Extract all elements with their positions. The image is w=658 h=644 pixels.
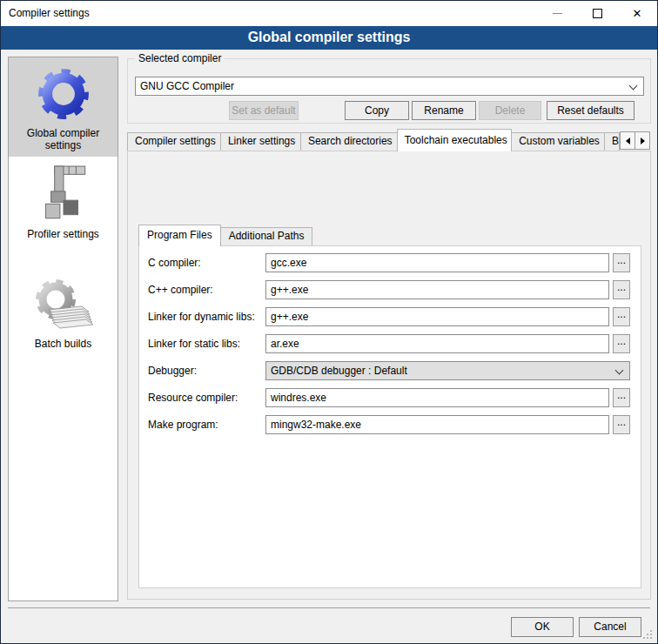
tab-toolchain-executables[interactable]: Toolchain executables bbox=[397, 129, 512, 151]
window-controls: ✕ bbox=[537, 1, 657, 26]
c-compiler-browse-button[interactable]: ... bbox=[613, 253, 630, 272]
window-title: Compiler settings bbox=[9, 1, 90, 26]
program-files-page: C compiler:gcc.exe...C++ compiler:g++.ex… bbox=[138, 245, 641, 588]
close-button[interactable]: ✕ bbox=[617, 1, 657, 26]
sidebar-item-global-compiler-settings[interactable]: Global compiler settings bbox=[9, 57, 118, 157]
linker-for-static-libs-value: ar.exe bbox=[271, 338, 299, 350]
resource-compiler-browse-button[interactable]: ... bbox=[613, 388, 630, 407]
sidebar-item-batch-builds[interactable]: Batch builds bbox=[9, 268, 118, 355]
gear-icon bbox=[12, 64, 114, 124]
close-icon: ✕ bbox=[633, 8, 642, 19]
c-compiler-browse-button[interactable]: ... bbox=[613, 280, 630, 299]
compiler-settings-dialog: Compiler settings ✕ Global compiler sett… bbox=[0, 0, 658, 644]
linker-for-dynamic-libs-value: g++.exe bbox=[271, 311, 308, 323]
tab-search-directories[interactable]: Search directories bbox=[300, 132, 398, 151]
field-label-c-compiler: C++ compiler: bbox=[148, 280, 213, 299]
make-program-value: mingw32-make.exe bbox=[271, 419, 361, 431]
arrow-left-icon bbox=[626, 138, 630, 144]
maximize-button[interactable] bbox=[577, 1, 617, 26]
maximize-icon bbox=[593, 9, 602, 18]
compiler-select-value: GNU GCC Compiler bbox=[140, 80, 234, 92]
resource-compiler-value: windres.exe bbox=[271, 392, 326, 404]
sidebar-item-profiler-settings[interactable]: Profiler settings bbox=[9, 158, 118, 245]
linker-for-static-libs-input[interactable]: ar.exe bbox=[265, 334, 609, 353]
c-compiler-input[interactable]: gcc.exe bbox=[265, 253, 609, 272]
copy-button[interactable]: Copy bbox=[345, 101, 409, 120]
c-compiler-value: gcc.exe bbox=[271, 257, 306, 269]
page-title: Global compiler settings bbox=[1, 26, 657, 50]
c-compiler-input[interactable]: g++.exe bbox=[265, 280, 609, 299]
reset-defaults-button[interactable]: Reset defaults bbox=[547, 101, 634, 120]
compiler-select[interactable]: GNU GCC Compiler bbox=[135, 77, 644, 96]
sidebar: Global compiler settingsProfiler setting… bbox=[8, 57, 118, 601]
set-as-default-button: Set as default bbox=[229, 101, 299, 120]
chevron-down-icon bbox=[615, 366, 624, 375]
sidebar-item-label: Batch builds bbox=[12, 338, 114, 350]
ok-button[interactable]: OK bbox=[511, 617, 574, 637]
sub-tab-strip: Program FilesAdditional Paths bbox=[138, 225, 312, 246]
field-label-make-program: Make program: bbox=[148, 415, 218, 434]
main-tab-strip: Compiler settingsLinker settingsSearch d… bbox=[127, 129, 620, 151]
field-label-resource-compiler: Resource compiler: bbox=[148, 388, 238, 407]
field-label-linker-for-static-libs: Linker for static libs: bbox=[148, 334, 240, 353]
sidebar-item-label: Profiler settings bbox=[12, 228, 114, 240]
minimize-button[interactable] bbox=[537, 1, 577, 26]
selected-compiler-group-label: Selected compiler bbox=[135, 52, 225, 64]
resource-compiler-input[interactable]: windres.exe bbox=[265, 388, 609, 407]
linker-for-static-libs-browse-button[interactable]: ... bbox=[613, 334, 630, 353]
rename-button[interactable]: Rename bbox=[412, 101, 476, 120]
make-program-input[interactable]: mingw32-make.exe bbox=[265, 415, 609, 434]
footer-divider bbox=[8, 607, 650, 608]
debugger-select[interactable]: GDB/CDB debugger : Default bbox=[265, 361, 630, 380]
titlebar[interactable]: Compiler settings ✕ bbox=[1, 1, 657, 26]
field-label-c-compiler: C compiler: bbox=[148, 253, 201, 272]
cancel-button[interactable]: Cancel bbox=[579, 617, 641, 637]
resize-grip[interactable] bbox=[643, 637, 645, 639]
make-program-browse-button[interactable]: ... bbox=[613, 415, 630, 434]
linker-for-dynamic-libs-input[interactable]: g++.exe bbox=[265, 307, 609, 326]
tab-build-options[interactable]: Build options bbox=[604, 132, 620, 151]
field-label-linker-for-dynamic-libs: Linker for dynamic libs: bbox=[148, 307, 255, 326]
stacked-gear-icon bbox=[12, 275, 114, 334]
subtab-additional-paths[interactable]: Additional Paths bbox=[220, 227, 313, 245]
caliper-icon bbox=[12, 165, 114, 225]
sidebar-item-label: Global compiler settings bbox=[12, 127, 114, 151]
tab-scroll-right-button[interactable] bbox=[634, 131, 650, 150]
minimize-icon bbox=[553, 13, 562, 14]
tab-scroll-arrows bbox=[620, 131, 650, 150]
tab-scroll-left-button[interactable] bbox=[620, 131, 635, 150]
subtab-program-files[interactable]: Program Files bbox=[138, 225, 221, 246]
field-label-debugger: Debugger: bbox=[148, 361, 197, 380]
c-compiler-value: g++.exe bbox=[271, 284, 308, 296]
linker-for-dynamic-libs-browse-button[interactable]: ... bbox=[613, 307, 630, 326]
delete-button: Delete bbox=[479, 101, 541, 120]
tab-linker-settings[interactable]: Linker settings bbox=[220, 132, 301, 151]
arrow-right-icon bbox=[641, 138, 645, 144]
debugger-select-value: GDB/CDB debugger : Default bbox=[271, 365, 407, 377]
tab-compiler-settings[interactable]: Compiler settings bbox=[127, 132, 221, 151]
tab-custom-variables[interactable]: Custom variables bbox=[511, 132, 605, 151]
chevron-down-icon bbox=[629, 82, 638, 91]
